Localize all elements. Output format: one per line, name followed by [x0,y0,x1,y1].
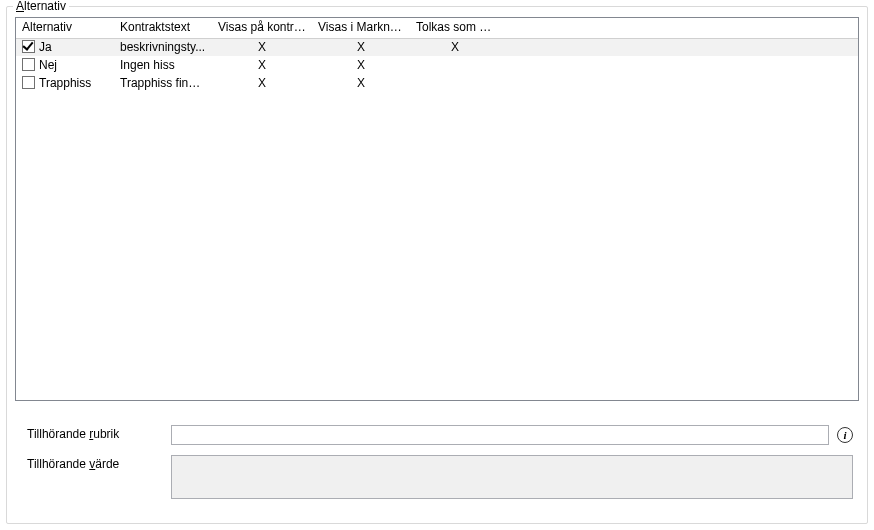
alternativ-group: Alternativ Alternativ Kontraktstext Visa… [6,6,868,524]
col-header-visas-pa-kontrakt[interactable]: Visas på kontrakt [212,18,312,38]
table-row[interactable]: Jabeskrivningsty...XXX [16,38,858,56]
info-icon[interactable]: i [837,427,853,443]
table-row-empty [16,218,858,236]
row-checkbox[interactable] [22,76,35,89]
cell-spacer [500,38,858,56]
table-row-empty [16,308,858,326]
cell-alternativ[interactable]: Trapphiss [16,74,114,92]
form-area: Tillhörande rubrik i Tillhörande värde [15,401,859,499]
group-legend-accel: A [16,0,24,13]
row-tillhorande-rubrik: Tillhörande rubrik i [15,425,859,445]
table-row-empty [16,200,858,218]
table-row-empty [16,164,858,182]
table-row-empty [16,362,858,380]
cell-tolkas-som-ja[interactable]: X [410,38,500,56]
group-legend: Alternativ [13,0,69,13]
textarea-wrap-varde [171,455,859,499]
table-row-empty [16,254,858,272]
input-tillhorande-rubrik[interactable] [171,425,829,445]
cell-visas-pa-kontrakt[interactable]: X [212,56,312,74]
cell-tolkas-som-ja[interactable] [410,74,500,92]
col-header-kontraktstext[interactable]: Kontraktstext [114,18,212,38]
alternativ-table: Alternativ Kontraktstext Visas på kontra… [16,18,858,398]
table-row-empty [16,272,858,290]
cell-alternativ[interactable]: Nej [16,56,114,74]
cell-kontraktstext[interactable]: beskrivningsty... [114,38,212,56]
textarea-tillhorande-varde[interactable] [171,455,853,499]
cell-spacer [500,56,858,74]
alternativ-table-frame: Alternativ Kontraktstext Visas på kontra… [15,17,859,401]
cell-spacer [500,74,858,92]
table-row-empty [16,380,858,398]
cell-alternativ-label: Trapphiss [39,76,91,90]
cell-visas-i-marknad[interactable]: X [312,74,410,92]
cell-alternativ-label: Ja [39,40,52,54]
col-header-tolkas-som-ja[interactable]: Tolkas som "Ja" [410,18,500,38]
table-row-empty [16,344,858,362]
row-checkbox[interactable] [22,58,35,71]
cell-kontraktstext[interactable]: Ingen hiss [114,56,212,74]
cell-visas-i-marknad[interactable]: X [312,38,410,56]
table-row[interactable]: NejIngen hissXX [16,56,858,74]
cell-alternativ-label: Nej [39,58,57,72]
table-body: Jabeskrivningsty...XXXNejIngen hissXXTra… [16,38,858,398]
label-tillhorande-varde: Tillhörande värde [15,455,171,471]
cell-visas-pa-kontrakt[interactable]: X [212,74,312,92]
table-row-empty [16,290,858,308]
col-header-spacer [500,18,858,38]
col-header-visas-i-marknad[interactable]: Visas i Markna... [312,18,410,38]
table-header-row: Alternativ Kontraktstext Visas på kontra… [16,18,858,38]
group-legend-rest: lternativ [24,0,66,13]
row-tillhorande-varde: Tillhörande värde [15,455,859,499]
table-row-empty [16,236,858,254]
table-row-empty [16,92,858,110]
table-row-empty [16,110,858,128]
cell-visas-pa-kontrakt[interactable]: X [212,38,312,56]
input-wrap-rubrik: i [171,425,859,445]
col-header-alternativ[interactable]: Alternativ [16,18,114,38]
table-row-empty [16,182,858,200]
table-row-empty [16,146,858,164]
cell-tolkas-som-ja[interactable] [410,56,500,74]
table-row-empty [16,326,858,344]
row-checkbox[interactable] [22,40,35,53]
cell-visas-i-marknad[interactable]: X [312,56,410,74]
cell-kontraktstext[interactable]: Trapphiss finns... [114,74,212,92]
table-row[interactable]: TrapphissTrapphiss finns...XX [16,74,858,92]
cell-alternativ[interactable]: Ja [16,38,114,56]
label-tillhorande-rubrik: Tillhörande rubrik [15,425,171,441]
group-content: Alternativ Kontraktstext Visas på kontra… [7,7,867,517]
table-row-empty [16,128,858,146]
